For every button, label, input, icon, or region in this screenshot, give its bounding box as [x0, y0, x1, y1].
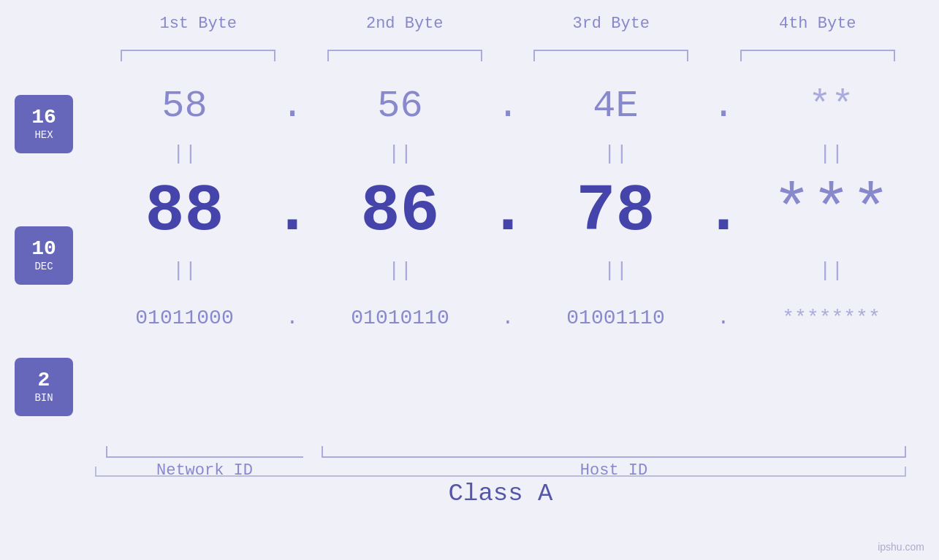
bin-dot2: .	[490, 307, 526, 329]
dec-dot3: .	[705, 174, 742, 249]
equals-row-2: || || || ||	[95, 256, 921, 285]
main-grid: 58 . 56 . 4E . ** ||	[95, 73, 921, 350]
dec-number: 10	[31, 239, 56, 259]
dec-b2-cell: 86	[311, 174, 490, 249]
hex-b3-value: 4E	[593, 85, 638, 128]
dec-b1-value: 88	[145, 174, 224, 249]
bin-b4-value: ********	[782, 307, 880, 329]
host-bracket-wrap	[322, 446, 906, 458]
bin-dot3: .	[705, 307, 742, 329]
top-brackets-row	[95, 50, 921, 61]
dec-b4-cell: ***	[742, 174, 921, 249]
hex-badge: 16 HEX	[15, 95, 73, 153]
equals1-b3: ||	[526, 142, 705, 165]
bin-dot1: .	[274, 307, 311, 329]
byte3-header: 3rd Byte	[508, 15, 715, 33]
hex-row: 58 . 56 . 4E . **	[95, 73, 921, 139]
bin-b4-cell: ********	[742, 307, 921, 329]
byte2-header: 2nd Byte	[302, 15, 509, 33]
byte4-header: 4th Byte	[715, 15, 921, 33]
hex-dot2: .	[490, 85, 526, 128]
class-bracket-line	[95, 467, 906, 477]
network-bracket-line	[106, 446, 303, 458]
hex-b4-cell: **	[742, 85, 921, 128]
base-labels: 16 HEX 10 DEC 2 BIN	[15, 95, 73, 416]
dec-badge: 10 DEC	[15, 226, 73, 285]
equals1-b4: ||	[742, 142, 921, 165]
hex-b1-value: 58	[161, 85, 207, 128]
bin-badge: 2 BIN	[15, 358, 73, 416]
byte-headers: 1st Byte 2nd Byte 3rd Byte 4th Byte	[95, 15, 921, 33]
top-bracket-4	[715, 50, 921, 61]
dec-label: DEC	[34, 261, 53, 272]
top-bracket-2	[302, 50, 509, 61]
byte1-header: 1st Byte	[95, 15, 302, 33]
bin-b2-value: 01010110	[351, 307, 449, 329]
dec-b1-cell: 88	[95, 174, 274, 249]
bin-b2-cell: 01010110	[311, 307, 490, 329]
dec-b3-cell: 78	[526, 174, 705, 249]
bin-b1-value: 01011000	[135, 307, 233, 329]
dec-dot1: .	[274, 174, 311, 249]
top-bracket-3	[508, 50, 715, 61]
equals2-b3: ||	[526, 259, 705, 282]
main-container: 1st Byte 2nd Byte 3rd Byte 4th Byte 16 H…	[0, 0, 939, 560]
equals2-b1: ||	[95, 259, 274, 282]
dec-row: 88 . 86 . 78 . ***	[95, 168, 921, 256]
equals1-b2: ||	[311, 142, 490, 165]
hex-label: HEX	[34, 129, 53, 141]
top-bracket-1	[95, 50, 302, 61]
hex-b3-cell: 4E	[526, 85, 705, 128]
bin-number: 2	[38, 370, 50, 391]
hex-b2-value: 56	[377, 85, 422, 128]
bin-label: BIN	[34, 392, 53, 404]
class-bracket-row: Class A	[95, 467, 906, 507]
equals2-b2: ||	[311, 259, 490, 282]
equals1-b1: ||	[95, 142, 274, 165]
bin-b3-cell: 01001110	[526, 307, 705, 329]
hex-dot1: .	[274, 85, 311, 128]
hex-b4-value: **	[808, 85, 854, 128]
dec-dot2: .	[490, 174, 526, 249]
bin-b3-value: 01001110	[566, 307, 664, 329]
hex-b1-cell: 58	[95, 85, 274, 128]
class-a-label: Class A	[95, 480, 906, 507]
equals2-b4: ||	[742, 259, 921, 282]
hex-dot3: .	[705, 85, 742, 128]
bottom-bracket-row	[95, 446, 906, 458]
bin-row: 01011000 . 01010110 . 01001110 . *******…	[95, 285, 921, 350]
dec-b3-value: 78	[576, 174, 655, 249]
dec-b2-value: 86	[360, 174, 439, 249]
watermark: ipshu.com	[878, 541, 924, 553]
network-bracket-wrap	[95, 446, 314, 458]
dec-b4-value: ***	[772, 174, 890, 249]
hex-number: 16	[31, 107, 56, 128]
hex-b2-cell: 56	[311, 85, 490, 128]
equals-row-1: || || || ||	[95, 139, 921, 168]
bin-b1-cell: 01011000	[95, 307, 274, 329]
host-bracket-line	[322, 446, 906, 458]
